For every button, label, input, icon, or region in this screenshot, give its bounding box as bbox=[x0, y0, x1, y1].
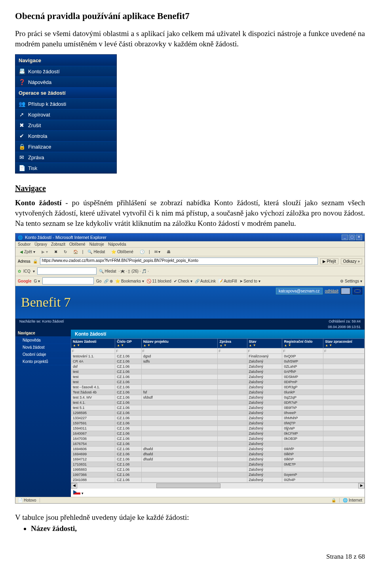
table-row[interactable]: 1997366CZ.1.06Založený0oyemP bbox=[71, 472, 365, 477]
table-row[interactable]: 1594011CZ.1.06Založený0ljjVaP bbox=[71, 426, 365, 431]
logout-link[interactable]: odhlásit bbox=[325, 289, 338, 293]
scroll-right-arrow[interactable]: ▶ bbox=[358, 483, 365, 489]
table-row[interactable]: 1694699CZ.1.06dfsafdZaložený0ilkhP bbox=[71, 452, 365, 457]
filter-input-6[interactable] bbox=[323, 348, 364, 353]
go-button[interactable]: ▶ Přejít bbox=[320, 258, 338, 264]
table-row[interactable]: 1298595CZ.1.06Založený0hveeP bbox=[71, 410, 365, 416]
filter-input-1[interactable] bbox=[115, 348, 141, 353]
nav2-3[interactable]: ✔Kontrola bbox=[15, 130, 116, 141]
table-row[interactable]: 1710831CZ.1.08Založený0ME7P bbox=[71, 462, 365, 467]
table-row[interactable]: testCZ.1.06Založený0DIPmP bbox=[71, 380, 365, 385]
mail-icon[interactable]: ✉ ▾ bbox=[152, 249, 163, 255]
table-row[interactable]: dsfCZ.1.06Založený0ZLaNP bbox=[71, 364, 365, 369]
table-row[interactable]: testCZ.1.06Založený0DSkMP bbox=[71, 374, 365, 380]
back-button[interactable]: ◀ Zpět ▾ bbox=[18, 249, 37, 255]
filter-input-2[interactable] bbox=[142, 348, 218, 353]
col-header-2[interactable]: Název projektu▲ ▼ bbox=[141, 339, 218, 348]
icq-label: ICQ bbox=[23, 269, 30, 273]
nav1-1[interactable]: ❓Nápověda bbox=[15, 76, 116, 87]
scroll-thumb[interactable] bbox=[156, 483, 220, 488]
horizontal-scrollbar[interactable]: ◀ ▶ bbox=[71, 483, 365, 489]
icq-search-btn[interactable]: 🔍 Hledat bbox=[99, 269, 116, 273]
home-icon[interactable]: 🏠 bbox=[71, 249, 80, 255]
icq-search-input[interactable] bbox=[37, 267, 97, 275]
menu-0[interactable]: Soubor bbox=[18, 242, 30, 246]
table-row[interactable]: test 4.1.CZ.1.06Založený0DR7sP bbox=[71, 400, 365, 405]
col-header-5[interactable]: Registrační číslo▲ ▼ bbox=[282, 339, 323, 348]
cell: Založený bbox=[247, 426, 282, 431]
table-row[interactable]: Test žádosti 4bCZ.1.06fsfZaložený0lunkP bbox=[71, 390, 365, 395]
cell: CZ.1.06 bbox=[115, 457, 142, 462]
filter-input-5[interactable] bbox=[282, 348, 323, 353]
url-input[interactable]: https://www.eu-zadost.cz/form.aspx?fv=FR… bbox=[40, 258, 318, 265]
table-row[interactable]: 1995883CZ.1.06Založený bbox=[71, 467, 365, 472]
stop-icon[interactable]: ✖ bbox=[52, 249, 59, 255]
table-row[interactable]: CR 4ACZ.1.06sdfsZaložený0uhSWP bbox=[71, 359, 365, 364]
table-row[interactable]: testCZ.1.06Založený0APfhP bbox=[71, 369, 365, 374]
table-row[interactable]: 2341088CZ.1.06Založený0I2h4P bbox=[71, 477, 365, 483]
filter-input-4[interactable] bbox=[247, 348, 282, 353]
col-header-6[interactable]: Stav zpracování▲ ▼ bbox=[323, 339, 365, 348]
history-icon[interactable]: 🕓 bbox=[138, 249, 146, 255]
maximize-button[interactable]: ▢ bbox=[349, 235, 355, 240]
print-icon[interactable]: 🖶 bbox=[165, 249, 173, 255]
left-nav-item-2[interactable]: Osobní údaje bbox=[15, 351, 71, 358]
cell bbox=[218, 400, 247, 405]
menu-4[interactable]: Nástroje bbox=[89, 242, 104, 246]
col-header-1[interactable]: Číslo OP▲ ▼ bbox=[115, 339, 142, 348]
forward-button[interactable]: ▶ ▾ bbox=[40, 249, 50, 255]
menu-3[interactable]: Oblíbené bbox=[69, 242, 86, 246]
col-header-4[interactable]: Stav▲ ▼ bbox=[247, 339, 282, 348]
cz-flag-icon[interactable] bbox=[73, 490, 80, 494]
filter-input-3[interactable] bbox=[218, 348, 247, 353]
table-row[interactable]: testování 1.1.CZ.1.06dgsdFinalizovaný0vQ… bbox=[71, 354, 365, 359]
table-row[interactable]: 1694712CZ.1.06dfsafdZaložený0ilkhP bbox=[71, 457, 365, 462]
refresh-icon[interactable]: ↻ bbox=[62, 249, 69, 255]
table-row[interactable]: 1597591CZ.1.06Založený0lWjTP bbox=[71, 421, 365, 426]
table-row[interactable]: 1334227CZ.1.06Založený0hMNhP bbox=[71, 416, 365, 421]
nav2-2[interactable]: ✖Zrušit bbox=[15, 120, 116, 130]
minimize-button[interactable]: _ bbox=[342, 235, 348, 240]
table-row[interactable]: 1694606CZ.1.06dfsafdZaložený0IkhfP bbox=[71, 447, 365, 452]
nav2-6[interactable]: 📄Tisk bbox=[15, 162, 116, 173]
nav2-4[interactable]: 🔒Finalizace bbox=[15, 141, 116, 152]
google-go-button[interactable]: Go bbox=[96, 279, 101, 283]
nav2-5[interactable]: ✉Zpráva bbox=[15, 152, 116, 162]
google-search-input[interactable] bbox=[42, 277, 94, 284]
close-button[interactable]: ✕ bbox=[356, 235, 362, 240]
cell: CZ.1.06 bbox=[115, 431, 142, 436]
col-header-3[interactable]: Zpráva▲ ▼ bbox=[218, 339, 247, 348]
cell: Založený bbox=[247, 385, 282, 390]
scroll-left-arrow[interactable]: ◀ bbox=[71, 483, 77, 489]
google-autofill[interactable]: 📝 AutoFill bbox=[218, 279, 237, 283]
table-row[interactable]: 1647036CZ.1.06Založený0kOB3P bbox=[71, 436, 365, 441]
google-sendto[interactable]: ➤ Send to ▾ bbox=[239, 279, 260, 283]
google-bookmarks[interactable]: ⭐ Bookmarks ▾ bbox=[115, 279, 144, 283]
menu-2[interactable]: Zobrazit bbox=[51, 242, 65, 246]
left-nav-item-3[interactable]: Konto projektů bbox=[15, 358, 71, 365]
flag-dropdown-icon[interactable]: ▾ bbox=[82, 491, 84, 495]
table-row[interactable]: test 5.1CZ.1.06Založený0B9FhP bbox=[71, 405, 365, 410]
table-row[interactable]: 1676754CZ.1.06Založený bbox=[71, 441, 365, 447]
table-row[interactable]: test - časově 4.1.CZ.1.06Založený0DR3gP bbox=[71, 385, 365, 390]
google-blocked[interactable]: 🚫 11 blocked bbox=[146, 279, 171, 283]
table-row[interactable]: 1640067CZ.1.06Založený0kCFMP bbox=[71, 431, 365, 436]
favorites-button[interactable]: ⭐ Oblíbené bbox=[109, 249, 135, 255]
filter-input-0[interactable] bbox=[71, 348, 115, 353]
col-header-0[interactable]: Název žádosti▲ ▼ bbox=[71, 339, 115, 348]
nav2-1[interactable]: ➚Kopírovat bbox=[15, 109, 116, 120]
left-nav-item-0[interactable]: Nápověda bbox=[15, 337, 71, 344]
menu-5[interactable]: Nápověda bbox=[108, 242, 126, 246]
search-button[interactable]: 🔍 Hledat bbox=[86, 249, 107, 255]
nav1-0[interactable]: 📇Konto žádostí bbox=[15, 66, 116, 76]
cell: test bbox=[71, 374, 115, 380]
nav2-0[interactable]: 👥Přístup k žádosti bbox=[15, 98, 116, 109]
google-settings[interactable]: ⚙ Settings ▾ bbox=[340, 279, 362, 283]
links-button[interactable]: Odkazy » bbox=[341, 258, 362, 264]
table-row[interactable]: test 3.4. MVCZ.1.06sfdsdfZaložený0qZ2qP bbox=[71, 395, 365, 400]
google-autolink[interactable]: 🔗 AutoLink bbox=[195, 279, 216, 283]
left-nav-item-1[interactable]: Nová žádost bbox=[15, 344, 71, 351]
nav2-icon-2: ✖ bbox=[19, 122, 25, 128]
google-check[interactable]: ✔ Check ▾ bbox=[174, 279, 192, 283]
menu-1[interactable]: Úpravy bbox=[34, 242, 47, 246]
